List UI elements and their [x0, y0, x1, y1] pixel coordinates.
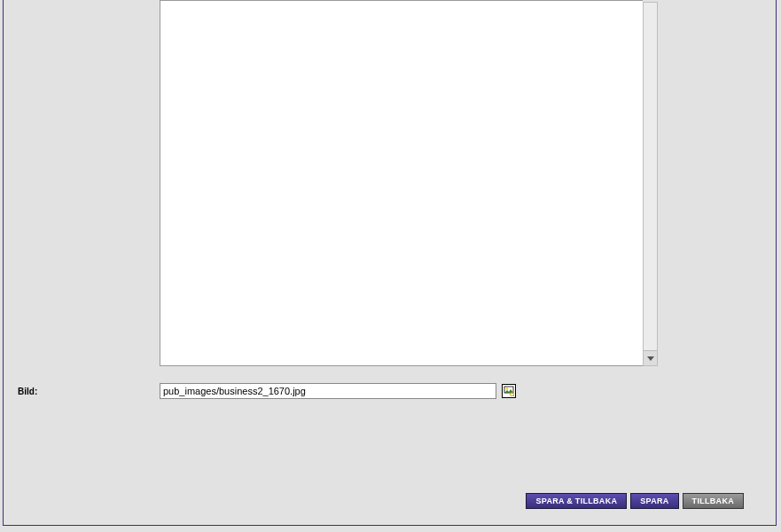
save-button[interactable]: SPARA [630, 493, 678, 509]
content-textarea[interactable] [160, 0, 643, 366]
action-buttons: SPARA & TILLBAKA SPARA TILLBAKA [526, 493, 744, 509]
svg-point-2 [506, 387, 508, 389]
back-button[interactable]: TILLBAKA [683, 493, 744, 509]
scrollbar-vertical[interactable] [643, 2, 658, 366]
save-and-back-button[interactable]: SPARA & TILLBAKA [526, 493, 627, 509]
bild-row: Bild: [18, 383, 638, 399]
bild-input[interactable] [160, 383, 496, 399]
scroll-down-icon[interactable] [644, 350, 657, 365]
image-picker-icon[interactable] [502, 384, 516, 398]
form-panel: Bild: SPARA & TILLBAKA SPARA TILLBAKA [3, 0, 777, 526]
bild-label: Bild: [18, 387, 160, 396]
svg-line-4 [513, 395, 514, 396]
content-editor-area [160, 0, 643, 368]
svg-rect-0 [504, 386, 514, 396]
